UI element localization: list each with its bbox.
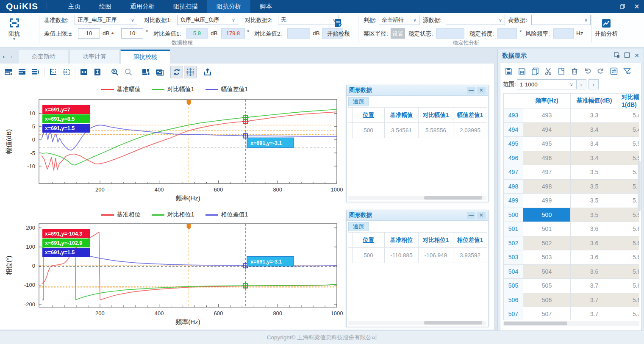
data-cell[interactable]: 5.55 [618, 179, 640, 194]
save-all-icon[interactable] [517, 67, 527, 76]
close-icon[interactable]: ✕ [634, 52, 639, 59]
close-icon[interactable]: ✕ [630, 0, 644, 13]
data-cell[interactable]: 3.4 [571, 151, 618, 165]
tab-trace[interactable]: 追踪 [348, 222, 369, 231]
data-cell[interactable]: 500 [353, 123, 385, 138]
data-cell[interactable]: 495 [523, 137, 571, 151]
data-cell[interactable]: 501 [523, 222, 571, 236]
zoom-out-icon[interactable] [108, 66, 121, 78]
data-cell[interactable]: 494 [523, 122, 571, 137]
row-number-cell[interactable]: 496 [504, 151, 523, 165]
column-header[interactable]: 幅值差值1 [453, 108, 487, 123]
row-number-cell[interactable]: 503 [504, 250, 523, 265]
set-button[interactable]: 设置 [391, 28, 405, 39]
undo-icon[interactable] [583, 67, 593, 76]
crosshair-icon[interactable] [184, 66, 197, 78]
tab-奈奎斯特[interactable]: 奈奎斯特 [19, 50, 69, 64]
save-icon[interactable] [504, 67, 514, 76]
horizontal-scrollbar[interactable] [503, 321, 639, 326]
column-header[interactable]: 对比幅值1 [419, 108, 453, 123]
menu-item-阻抗分析[interactable]: 阻抗分析 [207, 0, 250, 13]
row-number-cell[interactable]: 502 [504, 236, 523, 250]
row-number-cell[interactable]: 493 [504, 108, 523, 123]
fit-height-icon[interactable] [91, 66, 104, 78]
data-cell[interactable]: 5.60 [618, 222, 640, 236]
row-number-cell[interactable]: 498 [504, 179, 523, 194]
range-select[interactable]: 1-1000 ∨ [517, 79, 576, 89]
menu-item-绘图[interactable]: 绘图 [90, 0, 121, 13]
load-data-select[interactable]: ∨ [531, 15, 591, 25]
impedance-button[interactable]: 阻抗 ▼ [8, 18, 20, 40]
column-header[interactable]: 频率(Hz) [523, 94, 571, 108]
layout-rows-icon[interactable] [2, 66, 15, 78]
copy-stack-icon[interactable] [530, 67, 540, 76]
data-cell[interactable]: 5.58556 [419, 123, 453, 138]
data-cell[interactable]: 500 [523, 208, 571, 222]
axes-icon[interactable] [47, 66, 59, 78]
horizontal-scrollbar[interactable] [348, 196, 486, 200]
tab-scroll-right-icon[interactable]: › [8, 50, 15, 64]
row-number-cell[interactable]: 505 [504, 279, 523, 293]
menu-item-通用分析[interactable]: 通用分析 [121, 0, 164, 13]
close-icon[interactable]: ✕ [477, 87, 486, 94]
refresh-icon[interactable] [170, 66, 183, 78]
filter-icon[interactable] [622, 67, 632, 76]
data-cell[interactable]: 2.03995 [453, 123, 487, 138]
data-cell[interactable]: 3.6 [571, 236, 618, 250]
data-cell[interactable]: 5.47 [618, 108, 640, 123]
column-header[interactable]: 基准幅值 [385, 108, 419, 123]
data-cell[interactable]: 3.7 [571, 307, 618, 321]
data-cell[interactable]: 3.4 [571, 137, 618, 151]
column-header[interactable]: 对比幅值1(dB) [618, 94, 640, 108]
data-cell[interactable]: 498 [523, 179, 571, 194]
data-cell[interactable]: 505 [523, 279, 571, 293]
maximize-icon[interactable] [624, 52, 630, 59]
data-cell[interactable]: 506 [523, 293, 571, 307]
data-cell[interactable]: 3.3 [571, 108, 618, 123]
row-number-cell[interactable]: 500 [504, 208, 523, 222]
minimize-icon[interactable]: — [467, 212, 475, 219]
data-cell[interactable]: 5.66 [618, 279, 640, 293]
tab-trace[interactable]: 追踪 [348, 97, 369, 106]
amplitude-chart[interactable]: 1050-5-102004006008001000频率(Hz)幅值(dB)x=6… [5, 92, 344, 208]
base-data-select[interactable]: 正序_电压_正序∨ [75, 15, 137, 25]
data-cell[interactable]: 5.52 [618, 151, 640, 165]
diff-limit-deg-input[interactable]: 10 [121, 28, 143, 39]
data-cell[interactable]: 5.56 [618, 194, 640, 208]
menu-item-阻抗扫描[interactable]: 阻抗扫描 [164, 0, 207, 13]
data-cell[interactable]: 5.53 [618, 165, 640, 180]
vertical-scrollbar[interactable] [638, 161, 641, 211]
cut-icon[interactable] [543, 67, 553, 76]
data-cell[interactable]: 5.70 [618, 307, 640, 321]
data-cell[interactable]: 3.93592 [453, 248, 487, 263]
column-header[interactable]: 基准相位 [385, 233, 419, 248]
data-cell[interactable]: 5.68 [618, 293, 640, 307]
data-cell[interactable]: 507 [523, 307, 571, 321]
data-cell[interactable]: 3.4 [571, 122, 618, 137]
data-cell[interactable]: 3.5 [571, 194, 618, 208]
minimize-icon[interactable]: — [467, 87, 475, 94]
delete-icon[interactable] [569, 67, 580, 76]
row-number-cell[interactable]: 497 [504, 165, 523, 180]
next-page-button[interactable]: › [588, 79, 599, 89]
tab-功率计算[interactable]: 功率计算 [69, 50, 119, 64]
data-cell[interactable]: 499 [523, 194, 571, 208]
list-arrow-icon[interactable] [29, 66, 42, 78]
compare1-select[interactable]: 负序_电压_负序∨ [177, 15, 238, 25]
data-cell[interactable]: 3.7 [571, 293, 618, 307]
column-header[interactable] [504, 94, 523, 108]
data-cell[interactable]: 5.58 [618, 208, 640, 222]
float-icon[interactable] [614, 52, 620, 59]
row-number-cell[interactable]: 499 [504, 194, 523, 208]
row-number-cell[interactable]: 507 [504, 307, 523, 321]
paste-icon[interactable] [556, 67, 566, 76]
horizontal-scrollbar[interactable] [348, 321, 486, 325]
data-cell[interactable]: 503 [523, 250, 571, 265]
data-cell[interactable]: 3.5 [571, 208, 618, 222]
data-cell[interactable]: 3.5 [571, 165, 618, 180]
tab-scroll-left-icon[interactable]: ‹ [0, 50, 8, 64]
close-icon[interactable]: ✕ [477, 212, 486, 219]
data-cell[interactable]: 3.6 [571, 264, 618, 279]
row-number-cell[interactable]: 504 [504, 264, 523, 279]
data-cell[interactable]: 3.6 [571, 250, 618, 265]
